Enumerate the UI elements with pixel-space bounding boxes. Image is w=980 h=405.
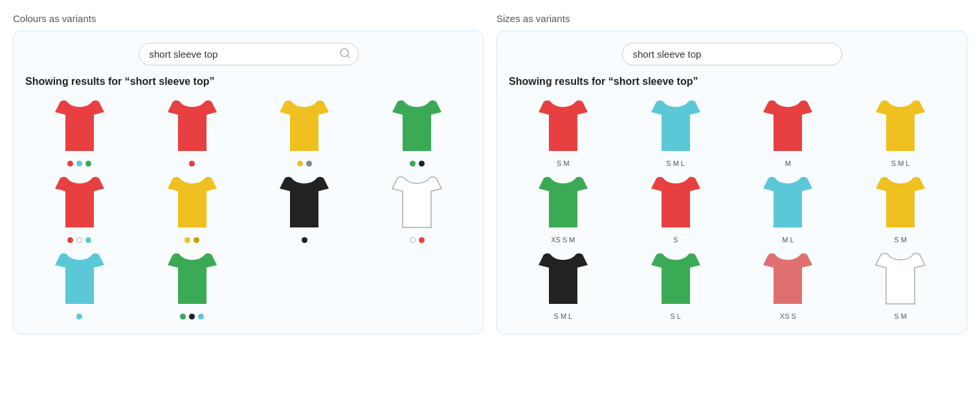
size-label: S	[792, 312, 796, 320]
size-label: M	[901, 236, 907, 244]
left-product-item[interactable]	[25, 251, 134, 321]
left-panel: Colours as variants Showing results for …	[13, 13, 484, 334]
left-product-item[interactable]	[362, 174, 471, 244]
right-search-input-wrap	[622, 43, 842, 65]
size-label: S	[554, 312, 559, 320]
color-dot	[198, 314, 204, 319]
color-dots-row	[189, 159, 195, 168]
size-label: L	[568, 312, 572, 320]
right-panel-box: Showing results for “short sleeve top” S…	[496, 30, 967, 334]
size-label: M	[901, 312, 907, 320]
left-product-item[interactable]	[362, 98, 471, 168]
left-search-input-wrap	[139, 43, 359, 65]
size-label: M	[561, 312, 566, 320]
left-product-item[interactable]	[251, 98, 359, 168]
right-search-input[interactable]	[622, 43, 842, 65]
color-dot	[410, 237, 416, 243]
sizes-row: M	[785, 159, 791, 168]
size-label: XS	[780, 312, 790, 320]
color-dot	[419, 161, 425, 167]
right-product-item[interactable]: S	[621, 174, 730, 244]
right-products-grid: SM SML M SML XSSM S ML SM SML SL XSS SM	[509, 98, 955, 321]
right-product-item[interactable]: ML	[734, 174, 843, 244]
right-product-item[interactable]: SML	[846, 98, 955, 168]
color-dots-row	[184, 235, 199, 244]
size-label: L	[677, 312, 681, 320]
sizes-row: SM	[894, 235, 907, 244]
size-label: L	[790, 236, 794, 244]
color-dots-row	[302, 235, 307, 244]
right-product-item[interactable]: SML	[621, 98, 730, 168]
color-dots-row	[410, 159, 425, 168]
color-dot	[76, 161, 82, 167]
sizes-row: XSS	[780, 312, 796, 321]
color-dots-row	[76, 312, 82, 321]
color-dot	[76, 314, 82, 319]
right-product-item[interactable]: SM	[846, 251, 955, 321]
color-dots-row	[67, 159, 91, 168]
size-label: S	[670, 312, 674, 320]
right-product-item[interactable]: XSSM	[509, 174, 618, 244]
left-product-item[interactable]	[251, 174, 359, 244]
size-label: S	[891, 159, 896, 167]
right-product-item[interactable]: SML	[509, 251, 618, 321]
size-label: M	[563, 159, 569, 167]
right-panel: Sizes as variants Showing results for “s…	[496, 13, 967, 334]
left-product-item[interactable]	[138, 251, 247, 321]
color-dot	[306, 161, 312, 167]
color-dot	[302, 237, 307, 243]
size-label: S	[562, 236, 567, 244]
size-label: L	[681, 159, 685, 167]
color-dot	[184, 237, 190, 243]
color-dot	[85, 237, 91, 243]
color-dot	[67, 237, 73, 243]
right-search-bar	[509, 43, 955, 65]
size-label: L	[906, 159, 909, 167]
sizes-row: ML	[782, 235, 794, 244]
left-search-input[interactable]	[139, 43, 359, 65]
color-dot	[419, 237, 425, 243]
sizes-row: SML	[554, 312, 573, 321]
left-product-item[interactable]	[138, 98, 247, 168]
size-label: S	[894, 236, 898, 244]
color-dot	[67, 161, 73, 167]
size-label: S	[666, 159, 671, 167]
right-panel-title: Sizes as variants	[496, 13, 967, 24]
left-product-item[interactable]	[25, 174, 134, 244]
sizes-row: SM	[557, 159, 570, 168]
sizes-row: SML	[891, 159, 910, 168]
color-dot	[189, 314, 195, 319]
color-dot	[180, 314, 186, 319]
right-results-heading: Showing results for “short sleeve top”	[509, 76, 955, 87]
left-products-grid	[25, 98, 471, 321]
color-dots-row	[180, 312, 204, 321]
size-label: M	[673, 159, 679, 167]
right-product-item[interactable]: SM	[846, 174, 955, 244]
left-product-item[interactable]	[25, 98, 134, 168]
left-product-item[interactable]	[138, 174, 247, 244]
color-dot	[194, 237, 199, 243]
right-product-item[interactable]: M	[734, 98, 843, 168]
color-dot	[297, 161, 303, 167]
panels-container: Colours as variants Showing results for …	[13, 13, 967, 334]
size-label: M	[898, 159, 904, 167]
left-panel-box: Showing results for “short sleeve top”	[13, 30, 484, 334]
sizes-row: XSSM	[551, 235, 575, 244]
left-panel-title: Colours as variants	[13, 13, 484, 24]
color-dots-row	[410, 235, 425, 244]
size-label: S	[673, 236, 678, 244]
size-label: XS	[551, 236, 561, 244]
sizes-row: SM	[894, 312, 907, 321]
right-product-item[interactable]: SM	[509, 98, 618, 168]
color-dot	[410, 161, 416, 167]
sizes-row: SL	[670, 312, 680, 321]
color-dot	[85, 161, 91, 167]
sizes-row: S	[673, 235, 678, 244]
sizes-row: SML	[666, 159, 685, 168]
right-product-item[interactable]: XSS	[734, 251, 843, 321]
left-results-heading: Showing results for “short sleeve top”	[25, 76, 471, 87]
size-label: S	[894, 312, 898, 320]
size-label: M	[782, 236, 788, 244]
right-product-item[interactable]: SL	[621, 251, 730, 321]
color-dots-row	[67, 235, 91, 244]
